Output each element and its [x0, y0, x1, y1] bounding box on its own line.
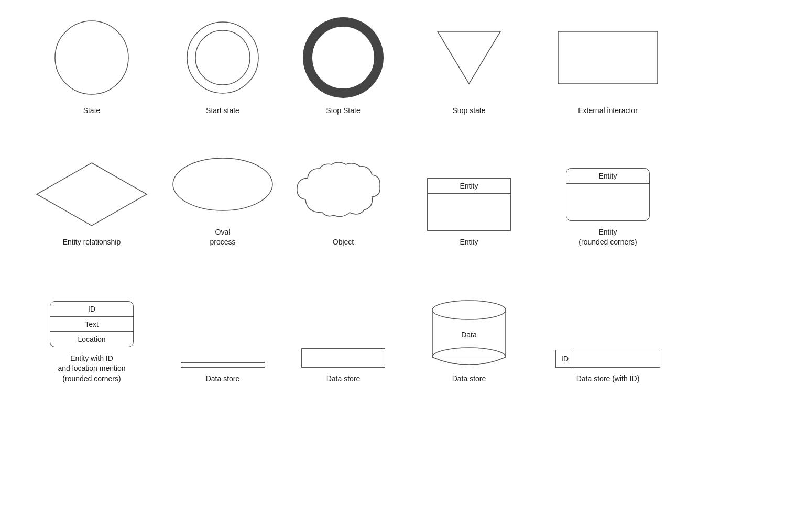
entity-rounded-header-text: Entity	[566, 169, 649, 184]
oval-process-item: Ovalprocess	[162, 148, 283, 248]
object-shape	[291, 158, 396, 231]
svg-text:Data: Data	[461, 330, 477, 339]
entity-header-text: Entity	[428, 179, 510, 194]
start-state-item: Start state	[162, 16, 283, 116]
entity-rel-label: Entity relationship	[63, 237, 121, 248]
entity-id-text-row: Text	[50, 317, 133, 332]
data-store-lines	[181, 362, 265, 368]
data-store-box-shape	[301, 300, 385, 368]
data-store-box-label: Data store	[326, 374, 361, 384]
svg-marker-6	[37, 163, 147, 226]
data-store-cylinder-item: Data Data store	[403, 300, 534, 384]
data-store-cylinder-shape: Data	[424, 300, 514, 368]
entity-box-rounded: Entity	[566, 168, 650, 221]
data-store-id-shape: ID	[555, 300, 660, 368]
data-store-line-2	[181, 367, 265, 368]
svg-point-0	[55, 21, 128, 94]
entity-id-item: ID Text Location Entity with IDand locat…	[21, 279, 162, 384]
entity-box: Entity	[427, 178, 511, 231]
row-1: State Start state Stop State	[21, 16, 765, 116]
entity-id-location-row: Location	[50, 332, 133, 347]
row-2: Entity relationship Ovalprocess Object	[21, 148, 765, 248]
start-state-svg	[181, 16, 265, 99]
data-store-id-item: ID Data store (with ID)	[534, 300, 681, 384]
svg-point-3	[308, 22, 379, 93]
entity-id-label: Entity with IDand location mention(round…	[58, 353, 125, 384]
data-store-lines-item: Data store	[162, 300, 283, 384]
oval-process-shape	[170, 148, 275, 221]
entity-rel-svg	[34, 160, 149, 228]
start-state-shape	[181, 16, 265, 99]
data-store-id-cell: ID	[556, 350, 574, 367]
external-interactor-svg	[555, 26, 660, 89]
svg-point-7	[173, 158, 272, 210]
entity-id-id-row: ID	[50, 302, 133, 317]
oval-process-label: Ovalprocess	[210, 227, 235, 248]
entity-rounded-shape: Entity	[566, 148, 650, 221]
oval-process-svg	[170, 156, 275, 213]
data-store-id-box: ID	[555, 350, 660, 368]
stop-state2-shape	[427, 16, 511, 99]
external-interactor-shape	[555, 16, 660, 99]
svg-point-1	[187, 22, 258, 93]
external-interactor-label: External interactor	[578, 106, 638, 116]
data-store-id-rest	[574, 350, 660, 367]
state-svg	[50, 16, 134, 99]
data-store-bottom-box	[301, 349, 385, 368]
entity-rounded-item: Entity Entity(rounded corners)	[534, 148, 681, 248]
entity-rounded-label: Entity(rounded corners)	[578, 227, 637, 248]
entity-id-box: ID Text Location	[50, 301, 134, 347]
stop-state2-item: Stop state	[403, 16, 534, 116]
data-store-line-1	[181, 362, 265, 363]
stop-state2-svg	[427, 16, 511, 99]
entity-item: Entity Entity	[403, 158, 534, 248]
data-store-open-box	[301, 348, 385, 368]
data-store-box-item: Data store	[283, 300, 403, 384]
object-label: Object	[333, 237, 354, 248]
svg-point-2	[195, 30, 250, 85]
object-svg	[291, 160, 396, 228]
svg-marker-4	[438, 31, 500, 84]
entity-body	[428, 194, 510, 230]
svg-point-9	[432, 301, 506, 319]
stop-state2-label: Stop state	[452, 106, 485, 116]
data-store-id-label: Data store (with ID)	[576, 374, 640, 384]
start-state-label: Start state	[206, 106, 239, 116]
state-label: State	[83, 106, 101, 116]
state-shape	[50, 16, 134, 99]
row-3: ID Text Location Entity with IDand locat…	[21, 279, 765, 384]
entity-label: Entity	[460, 237, 478, 248]
diagram-grid: State Start state Stop State	[21, 16, 765, 384]
entity-rel-shape	[34, 158, 149, 231]
data-store-cylinder-label: Data store	[452, 374, 486, 384]
data-store-lines-shape	[181, 300, 265, 368]
object-item: Object	[283, 158, 403, 248]
svg-rect-11	[432, 357, 506, 368]
entity-id-shape: ID Text Location	[50, 279, 134, 347]
state-item: State	[21, 16, 162, 116]
external-interactor-item: External interactor	[534, 16, 681, 116]
entity-rounded-body	[566, 184, 649, 220]
stop-state-bold-item: Stop State	[283, 16, 403, 116]
stop-state-bold-label: Stop State	[326, 106, 360, 116]
data-store-lines-label: Data store	[206, 374, 240, 384]
svg-rect-5	[558, 31, 658, 84]
entity-shape: Entity	[427, 158, 511, 231]
stop-state-bold-svg	[301, 16, 385, 99]
entity-rel-item: Entity relationship	[21, 158, 162, 248]
data-store-cylinder-svg: Data	[424, 300, 514, 368]
stop-state-bold-shape	[301, 16, 385, 99]
